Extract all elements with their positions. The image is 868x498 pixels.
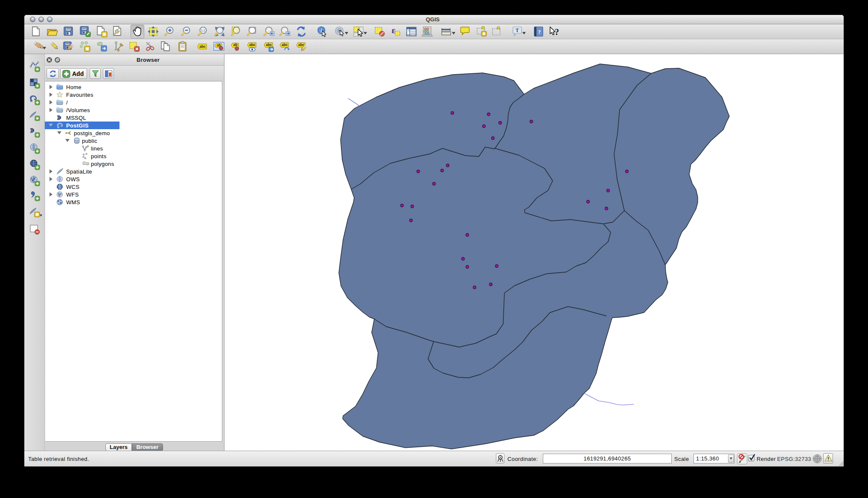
svg-text:?: ? <box>555 27 559 37</box>
svg-text:1:1: 1:1 <box>201 29 205 32</box>
svg-text:T: T <box>516 27 519 33</box>
svg-text:abc: abc <box>199 44 206 49</box>
svg-text:ab: ab <box>233 43 238 47</box>
svg-text:abc: abc <box>266 43 272 47</box>
svg-text:ε: ε <box>392 26 396 35</box>
svg-text:abc: abc <box>249 43 256 47</box>
svg-text:abc: abc <box>282 43 288 47</box>
svg-text:?: ? <box>538 29 541 35</box>
